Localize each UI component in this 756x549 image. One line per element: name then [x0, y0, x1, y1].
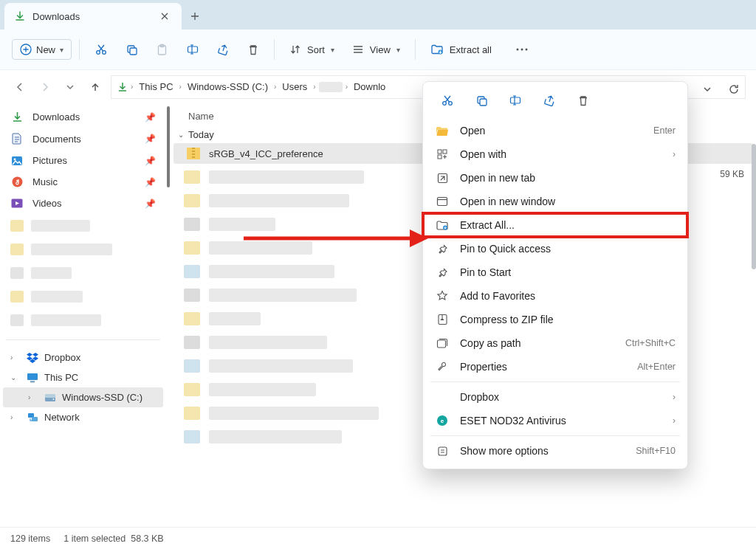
ctx-open-new-tab[interactable]: Open in new tab: [423, 166, 687, 190]
ctx-cut-button[interactable]: [433, 89, 461, 111]
divider: [6, 339, 160, 340]
chevron-right-icon[interactable]: ›: [346, 83, 348, 91]
sidebar-item-documents[interactable]: Documents 📌: [0, 128, 166, 150]
refresh-button[interactable]: [724, 79, 744, 100]
chevron-down-icon[interactable]: ⌄: [10, 373, 21, 381]
sort-button[interactable]: Sort ▾: [282, 39, 342, 60]
zip-icon: [435, 314, 450, 325]
sidebar-tree-dropbox[interactable]: › Dropbox: [0, 348, 166, 367]
sidebar-redacted: [10, 215, 156, 236]
ctx-eset[interactable]: e ESET NOD32 Antivirus ›: [423, 409, 687, 432]
ctx-add-favorites[interactable]: Add to Favorites: [423, 284, 687, 308]
sidebar-item-videos[interactable]: Videos 📌: [0, 193, 166, 214]
ctx-pin-start[interactable]: Pin to Start: [423, 260, 687, 284]
extract-all-button[interactable]: Extract all: [423, 39, 499, 60]
ctx-properties[interactable]: Properties Alt+Enter: [423, 355, 687, 379]
svg-point-23: [443, 102, 447, 106]
ctx-shortcut: Ctrl+Shift+C: [625, 338, 676, 348]
address-dropdown-button[interactable]: [697, 79, 718, 100]
ctx-show-more[interactable]: Show more options Shift+F10: [423, 439, 687, 463]
ctx-open[interactable]: Open Enter: [423, 119, 687, 142]
ctx-label: ESET NOD32 Antivirus: [460, 415, 566, 427]
open-with-icon: [435, 148, 450, 160]
chevron-right-icon[interactable]: ›: [28, 393, 38, 401]
back-button[interactable]: [10, 77, 30, 97]
rename-button[interactable]: [179, 38, 207, 61]
more-button[interactable]: [508, 43, 536, 56]
chevron-right-icon[interactable]: ›: [274, 83, 276, 91]
svg-text:e: e: [441, 418, 444, 424]
chevron-right-icon[interactable]: ›: [10, 413, 21, 421]
ctx-shortcut: Shift+F10: [636, 446, 676, 456]
ctx-copy-path[interactable]: Copy as path Ctrl+Shift+C: [423, 331, 687, 355]
network-icon: [27, 412, 38, 423]
sidebar-item-label: Pictures: [32, 155, 67, 166]
crumb-users[interactable]: Users: [279, 80, 310, 94]
ctx-open-new-window[interactable]: Open in new window: [423, 190, 687, 213]
extract-all-label: Extract all: [450, 44, 492, 55]
svg-point-10: [520, 49, 523, 51]
ctx-pin-quick[interactable]: Pin to Quick access: [423, 237, 687, 260]
ctx-compress-zip[interactable]: Compress to ZIP file: [423, 308, 687, 331]
recent-button[interactable]: [61, 77, 80, 97]
chevron-right-icon: ›: [673, 392, 676, 402]
delete-button[interactable]: [240, 39, 267, 61]
crumb-this-pc[interactable]: This PC: [136, 80, 176, 94]
divider: [415, 39, 416, 60]
paste-button: [148, 39, 176, 61]
annotation-arrow: [244, 224, 428, 253]
sidebar-item-label: Videos: [32, 198, 62, 209]
copy-button[interactable]: [118, 39, 145, 61]
ctx-rename-button[interactable]: [501, 89, 529, 111]
svg-rect-27: [511, 97, 520, 103]
sidebar-item-music[interactable]: Music 📌: [0, 171, 166, 193]
share-button[interactable]: [210, 39, 237, 61]
svg-point-9: [516, 49, 518, 51]
sidebar-tree-this-pc[interactable]: ⌄ This PC: [0, 367, 166, 387]
crumb-downloads[interactable]: Downlo: [351, 80, 388, 94]
ctx-delete-button[interactable]: [569, 89, 597, 111]
chevron-right-icon[interactable]: ›: [179, 83, 182, 91]
crumb-drive[interactable]: Windows-SSD (C:): [185, 80, 271, 94]
ctx-label: Show more options: [460, 445, 549, 457]
close-tab-button[interactable]: [158, 10, 171, 23]
up-button[interactable]: [86, 77, 105, 97]
sidebar-item-downloads[interactable]: Downloads 📌: [0, 106, 166, 128]
ctx-extract-all[interactable]: Extract All...: [423, 213, 687, 237]
wrench-icon: [435, 361, 450, 373]
status-bar: 129 items 1 item selected 58.3 KB: [0, 527, 756, 549]
chevron-right-icon[interactable]: ›: [10, 353, 21, 362]
chevron-right-icon[interactable]: ›: [313, 83, 315, 91]
tab-downloads[interactable]: Downloads: [4, 3, 182, 30]
chevron-right-icon[interactable]: ›: [131, 83, 133, 91]
svg-rect-35: [438, 340, 446, 348]
new-label: New: [36, 44, 55, 55]
ctx-dropbox[interactable]: Dropbox ›: [423, 385, 687, 409]
sidebar-redacted: [10, 286, 156, 307]
ctx-label: Open: [460, 125, 485, 137]
sidebar-redacted: [10, 263, 156, 283]
ctx-share-button[interactable]: [535, 89, 563, 111]
copy-icon: [126, 44, 138, 56]
crumb-user-redacted[interactable]: [319, 82, 343, 92]
sidebar-redacted: [10, 310, 156, 331]
ctx-open-with[interactable]: Open with ›: [423, 142, 687, 166]
svg-point-1: [97, 51, 100, 55]
svg-rect-32: [438, 198, 447, 206]
sidebar-tree-drive[interactable]: › Windows-SSD (C:): [3, 387, 163, 407]
new-button[interactable]: New ▾: [12, 39, 72, 60]
sidebar-tree-label: Dropbox: [44, 352, 80, 363]
scrollbar-thumb[interactable]: [752, 144, 756, 269]
ctx-label: Add to Favorites: [460, 290, 535, 302]
svg-rect-17: [30, 381, 35, 383]
svg-rect-30: [438, 155, 441, 159]
pin-icon: 📌: [145, 112, 156, 122]
sidebar-tree-network[interactable]: › Network: [0, 407, 166, 427]
ctx-label: Open with: [460, 148, 506, 160]
new-tab-button[interactable]: [182, 3, 208, 30]
ctx-copy-button[interactable]: [467, 89, 495, 111]
cut-button[interactable]: [87, 38, 115, 61]
sidebar-item-pictures[interactable]: Pictures 📌: [0, 150, 166, 171]
view-button[interactable]: View ▾: [345, 39, 408, 60]
svg-rect-29: [443, 150, 447, 153]
